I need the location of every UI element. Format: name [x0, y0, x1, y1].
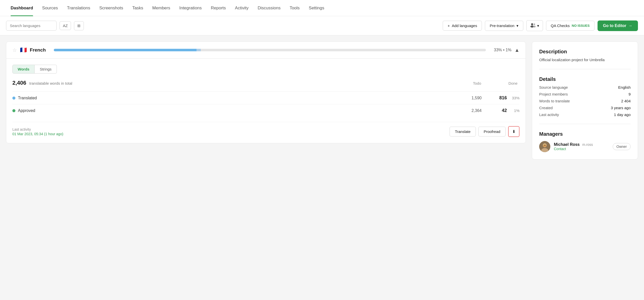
collab-icon: [530, 23, 536, 28]
manager-avatar: [539, 141, 550, 152]
action-buttons: Translate Proofread ⬇: [450, 126, 519, 137]
translate-button[interactable]: Translate: [450, 127, 476, 136]
last-activity-key: Last activity: [539, 112, 559, 117]
toolbar: AZ ⊞ + Add languages Pre-translation ▾ ▾…: [0, 16, 644, 35]
progress-percentage: 33% • 1%: [494, 48, 512, 52]
manager-username: m.ross: [582, 143, 593, 147]
translated-label: Translated: [18, 96, 461, 100]
manager-contact-link[interactable]: Contact: [554, 147, 609, 151]
arrow-icon: →: [628, 24, 632, 28]
words-to-translate-val: 2 404: [621, 99, 631, 103]
progress-bar: [54, 49, 486, 51]
pre-translation-button[interactable]: Pre-translation ▾: [485, 21, 523, 31]
favorite-star-icon[interactable]: ☆: [12, 47, 17, 53]
svg-point-2: [534, 24, 535, 25]
language-row-french: ☆ 🇫🇷 French 33% • 1% ▲ Words Strings: [6, 41, 526, 143]
nav-item-tools[interactable]: Tools: [285, 0, 304, 16]
nav-item-activity[interactable]: Activity: [230, 0, 253, 16]
stats-tabs: Words Strings: [12, 65, 519, 74]
approved-pct: 1%: [507, 108, 519, 113]
language-header[interactable]: ☆ 🇫🇷 French 33% • 1% ▲: [6, 42, 526, 58]
last-activity-val: 1 day ago: [614, 112, 631, 117]
detail-words-to-translate: Words to translate 2 404: [539, 99, 631, 103]
translated-dot-icon: [12, 97, 15, 100]
top-navigation: Dashboard Sources Translations Screensho…: [0, 0, 644, 16]
svg-point-11: [544, 145, 545, 146]
managers-title: Managers: [539, 131, 631, 137]
download-icon: ⬇: [512, 129, 515, 134]
last-activity-label: Last activity: [12, 127, 31, 131]
col-header-done: Done: [492, 81, 517, 85]
project-members-val: 9: [629, 92, 631, 96]
manager-name-row: Michael Ross m.ross: [554, 142, 609, 147]
detail-project-members: Project members 9: [539, 92, 631, 96]
qa-checks-button[interactable]: QA Checks NO ISSUES: [546, 21, 595, 31]
translated-pct: 33%: [507, 96, 519, 100]
add-languages-button[interactable]: + Add languages: [443, 21, 482, 31]
chevron-down-icon: ▾: [516, 24, 518, 28]
nav-item-dashboard[interactable]: Dashboard: [6, 0, 38, 16]
tab-words[interactable]: Words: [12, 65, 35, 74]
description-text: Official localization project for Umbrel…: [539, 58, 631, 69]
nav-item-tasks[interactable]: Tasks: [128, 0, 148, 16]
grid-view-button[interactable]: ⊞: [74, 21, 84, 30]
collaborators-button[interactable]: ▾: [526, 20, 543, 31]
sort-az-button[interactable]: AZ: [60, 21, 71, 30]
collab-chevron-icon: ▾: [537, 24, 539, 28]
grid-icon: ⊞: [77, 24, 81, 28]
column-headers: Todo Done: [462, 81, 519, 85]
progress-approved: [196, 49, 201, 51]
manager-info: Michael Ross m.ross Contact: [554, 142, 609, 151]
nav-item-screenshots[interactable]: Screenshots: [95, 0, 128, 16]
nav-item-discussions[interactable]: Discussions: [253, 0, 285, 16]
nav-item-members[interactable]: Members: [148, 0, 175, 16]
nav-item-settings[interactable]: Settings: [304, 0, 329, 16]
go-to-editor-label: Go to Editor: [603, 24, 626, 28]
language-name: French: [30, 47, 46, 53]
stats-header: 2,406 translatable words in total Todo D…: [12, 80, 519, 87]
approved-todo: 2,364: [461, 108, 492, 113]
svg-point-3: [533, 26, 536, 28]
progress-translated: [54, 49, 196, 51]
tab-strings[interactable]: Strings: [35, 65, 57, 74]
source-language-val: English: [618, 85, 631, 89]
search-input[interactable]: [6, 21, 57, 31]
project-members-key: Project members: [539, 92, 568, 96]
qa-status-badge: NO ISSUES: [572, 24, 590, 28]
add-languages-label: Add languages: [452, 24, 477, 28]
stat-row-approved: Approved 2,364 42 1%: [12, 104, 519, 117]
translated-done: 816: [492, 95, 507, 101]
svg-point-0: [531, 23, 533, 25]
stat-row-translated: Translated 1,590 816 33%: [12, 91, 519, 104]
last-activity-time[interactable]: 01 Mar 2023, 05:34 (1 hour ago): [12, 132, 63, 136]
created-val: 3 years ago: [611, 106, 631, 110]
approved-dot-icon: [12, 109, 15, 112]
download-button[interactable]: ⬇: [508, 126, 519, 137]
left-panel: ☆ 🇫🇷 French 33% • 1% ▲ Words Strings: [6, 41, 526, 143]
details-grid: Source language English Project members …: [539, 85, 631, 124]
nav-item-sources[interactable]: Sources: [38, 0, 62, 16]
nav-item-translations[interactable]: Translations: [62, 0, 95, 16]
avatar-image: [539, 141, 550, 152]
proofread-button[interactable]: Proofread: [478, 127, 506, 136]
approved-done: 42: [492, 108, 507, 113]
nav-item-integrations[interactable]: Integrations: [175, 0, 206, 16]
qa-label: QA Checks: [551, 24, 570, 28]
manager-row: Michael Ross m.ross Contact Owner: [539, 141, 631, 152]
detail-created: Created 3 years ago: [539, 106, 631, 110]
translated-todo: 1,590: [461, 96, 492, 100]
detail-source-language: Source language English: [539, 85, 631, 89]
approved-label: Approved: [18, 108, 461, 113]
language-detail: Words Strings 2,406 translatable words i…: [6, 58, 526, 143]
total-words-label: translatable words in total: [29, 81, 72, 85]
go-to-editor-button[interactable]: Go to Editor →: [598, 20, 638, 31]
words-to-translate-key: Words to translate: [539, 99, 570, 103]
description-title: Description: [539, 49, 631, 55]
collapse-button[interactable]: ▲: [514, 47, 519, 53]
plus-icon: +: [448, 24, 450, 28]
nav-item-reports[interactable]: Reports: [206, 0, 231, 16]
total-words-count: 2,406: [12, 80, 26, 86]
owner-badge: Owner: [613, 143, 631, 150]
created-key: Created: [539, 106, 553, 110]
main-content: ☆ 🇫🇷 French 33% • 1% ▲ Words Strings: [0, 35, 644, 166]
